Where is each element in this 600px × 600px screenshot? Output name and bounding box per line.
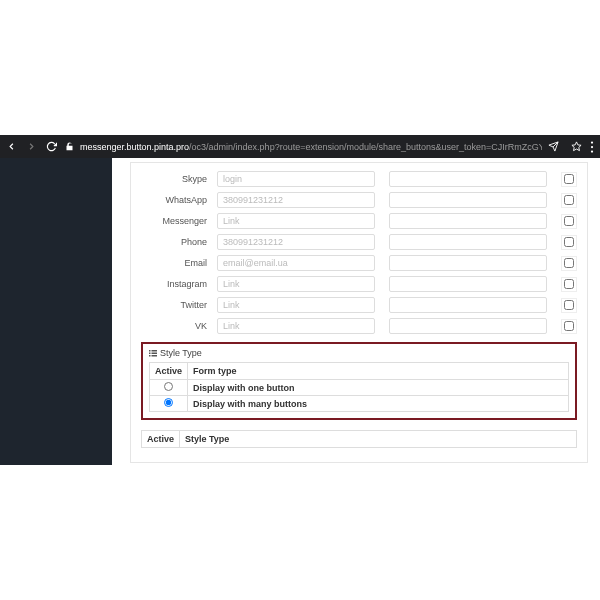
- field-checkbox[interactable]: [564, 321, 574, 331]
- svg-rect-7: [152, 353, 158, 355]
- col-formtype: Form type: [188, 363, 569, 380]
- field-row: Phone: [141, 234, 577, 250]
- field-input-2[interactable]: [389, 255, 547, 271]
- field-row: Email: [141, 255, 577, 271]
- field-row: WhatsApp: [141, 192, 577, 208]
- field-input-1[interactable]: [217, 213, 375, 229]
- field-checkbox[interactable]: [564, 300, 574, 310]
- main-content: SkypeWhatsAppMessengerPhoneEmailInstagra…: [112, 158, 600, 465]
- field-input-1[interactable]: [217, 192, 375, 208]
- field-checkbox[interactable]: [564, 279, 574, 289]
- field-row: Twitter: [141, 297, 577, 313]
- field-input-1[interactable]: [217, 171, 375, 187]
- table-row: Display with one button: [150, 380, 569, 396]
- secondary-table: Active Style Type: [141, 430, 577, 448]
- field-label: Twitter: [141, 300, 213, 310]
- field-checkbox[interactable]: [564, 174, 574, 184]
- field-label: Messenger: [141, 216, 213, 226]
- style-type-table: Active Form type Display with one button…: [149, 362, 569, 412]
- field-label: Phone: [141, 237, 213, 247]
- forward-icon[interactable]: [26, 141, 37, 152]
- field-input-2[interactable]: [389, 276, 547, 292]
- field-input-1[interactable]: [217, 255, 375, 271]
- field-input-2[interactable]: [389, 171, 547, 187]
- field-checkbox[interactable]: [564, 237, 574, 247]
- field-label: VK: [141, 321, 213, 331]
- field-input-1[interactable]: [217, 276, 375, 292]
- field-label: Email: [141, 258, 213, 268]
- field-input-1[interactable]: [217, 297, 375, 313]
- field-input-2[interactable]: [389, 297, 547, 313]
- field-checkbox-wrap: [561, 277, 577, 292]
- field-checkbox-wrap: [561, 319, 577, 334]
- field-row: VK: [141, 318, 577, 334]
- form-panel: SkypeWhatsAppMessengerPhoneEmailInstagra…: [130, 162, 588, 463]
- field-checkbox-wrap: [561, 256, 577, 271]
- svg-marker-0: [572, 142, 581, 151]
- col2-active: Active: [142, 431, 180, 448]
- reload-icon[interactable]: [46, 141, 57, 152]
- svg-rect-5: [152, 350, 158, 352]
- style-type-title: Style Type: [149, 348, 569, 358]
- svg-rect-4: [149, 350, 151, 352]
- back-icon[interactable]: [6, 141, 17, 152]
- field-input-2[interactable]: [389, 213, 547, 229]
- svg-point-3: [591, 150, 593, 152]
- table-row: Display with many buttons: [150, 396, 569, 412]
- field-checkbox[interactable]: [564, 195, 574, 205]
- admin-sidebar: [0, 158, 112, 465]
- style-radio[interactable]: [164, 398, 173, 407]
- field-label: Skype: [141, 174, 213, 184]
- svg-point-2: [591, 145, 593, 147]
- field-checkbox-wrap: [561, 193, 577, 208]
- style-type-panel: Style Type Active Form type Display with…: [141, 342, 577, 420]
- field-checkbox[interactable]: [564, 216, 574, 226]
- svg-point-1: [591, 141, 593, 143]
- field-row: Instagram: [141, 276, 577, 292]
- field-checkbox-wrap: [561, 214, 577, 229]
- col-active: Active: [150, 363, 188, 380]
- send-icon[interactable]: [548, 141, 559, 152]
- field-checkbox-wrap: [561, 298, 577, 313]
- field-label: WhatsApp: [141, 195, 213, 205]
- lock-icon: [65, 142, 74, 151]
- field-input-2[interactable]: [389, 234, 547, 250]
- field-row: Messenger: [141, 213, 577, 229]
- col2-style: Style Type: [180, 431, 577, 448]
- star-icon[interactable]: [571, 141, 582, 152]
- menu-dots-icon[interactable]: [590, 141, 594, 153]
- field-checkbox-wrap: [561, 172, 577, 187]
- field-input-1[interactable]: [217, 234, 375, 250]
- svg-rect-6: [149, 353, 151, 355]
- svg-rect-8: [149, 355, 151, 357]
- field-label: Instagram: [141, 279, 213, 289]
- field-input-2[interactable]: [389, 318, 547, 334]
- field-checkbox[interactable]: [564, 258, 574, 268]
- field-input-2[interactable]: [389, 192, 547, 208]
- svg-rect-9: [152, 355, 158, 357]
- style-radio[interactable]: [164, 382, 173, 391]
- field-input-1[interactable]: [217, 318, 375, 334]
- url-text[interactable]: messenger.button.pinta.pro/oc3/admin/ind…: [80, 142, 542, 152]
- style-row-label: Display with many buttons: [188, 396, 569, 412]
- field-checkbox-wrap: [561, 235, 577, 250]
- browser-toolbar: messenger.button.pinta.pro/oc3/admin/ind…: [0, 135, 600, 158]
- style-row-label: Display with one button: [188, 380, 569, 396]
- field-row: Skype: [141, 171, 577, 187]
- list-icon: [149, 349, 157, 357]
